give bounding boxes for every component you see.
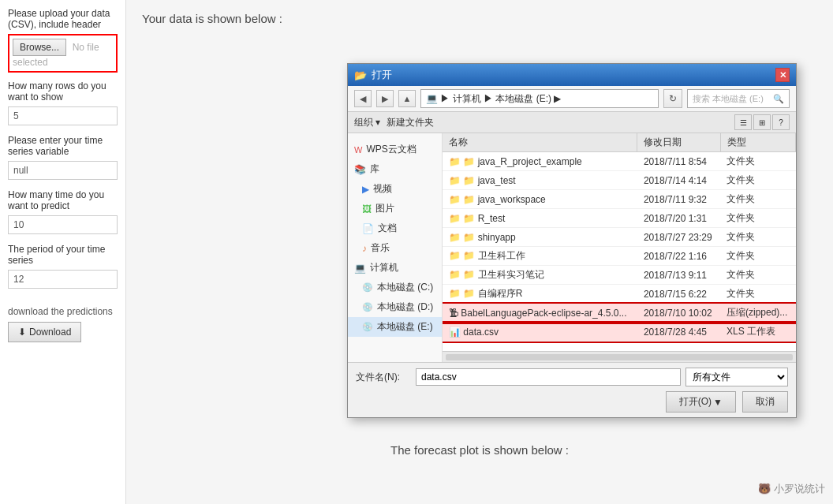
col-type[interactable]: 类型 bbox=[720, 133, 796, 152]
predict-input[interactable] bbox=[8, 215, 118, 234]
watermark-text: 🐻 小罗说统计 bbox=[758, 482, 825, 496]
dialog-buttons-row: 打开(O) ▼ 取消 bbox=[356, 391, 788, 413]
sidebar-item-video[interactable]: ▶ 视频 bbox=[348, 179, 442, 199]
sidebar-item-music[interactable]: ♪ 音乐 bbox=[348, 238, 442, 258]
organize-button[interactable]: 组织 ▾ bbox=[354, 116, 380, 129]
help-btn[interactable]: ? bbox=[772, 114, 790, 130]
file-type: 文件夹 bbox=[720, 152, 796, 171]
sidebar-item-wps-label: WPS云文档 bbox=[366, 143, 416, 156]
forward-button[interactable]: ▶ bbox=[376, 90, 394, 107]
computer-icon: 💻 bbox=[354, 263, 366, 274]
file-name: 📁 卫生科工作 bbox=[443, 247, 637, 266]
ts-variable-input[interactable] bbox=[8, 161, 118, 180]
filename-row: 文件名(N): 所有文件 bbox=[356, 368, 788, 386]
disk-d-icon: 💿 bbox=[362, 302, 373, 312]
file-dialog: 📂 打开 ✕ ◀ ▶ ▲ 💻 ▶ 计算机 ▶ 本地磁盘 (E:) ▶ ↻ 搜索 … bbox=[347, 63, 797, 418]
browse-button[interactable]: Browse... bbox=[13, 39, 66, 56]
table-row-datacsv[interactable]: 📊 data.csv 2018/7/28 4:45 XLS 工作表 bbox=[443, 323, 796, 342]
file-date: 2018/7/10 10:02 bbox=[637, 304, 720, 323]
table-row[interactable]: 📁 java_test 2018/7/14 4:14 文件夹 bbox=[443, 171, 796, 190]
table-row[interactable]: 📁 R_test 2018/7/20 1:31 文件夹 bbox=[443, 209, 796, 228]
sidebar-item-library[interactable]: 📚 库 bbox=[348, 159, 442, 179]
new-folder-button[interactable]: 新建文件夹 bbox=[387, 116, 434, 129]
file-table: 名称 修改日期 类型 📁 java_R_project_example 2018… bbox=[443, 133, 796, 342]
sidebar-item-music-label: 音乐 bbox=[371, 241, 390, 255]
file-name: 📁 java_test bbox=[443, 171, 637, 190]
dialog-body: W WPS云文档 📚 库 ▶ 视频 🖼 图片 📄 文档 bbox=[348, 133, 796, 362]
file-type: 文件夹 bbox=[720, 190, 796, 209]
back-button[interactable]: ◀ bbox=[354, 90, 372, 107]
path-bar[interactable]: 💻 ▶ 计算机 ▶ 本地磁盘 (E:) ▶ bbox=[420, 89, 659, 108]
file-name: 📁 shinyapp bbox=[443, 228, 637, 247]
scrollbar-track bbox=[446, 354, 793, 360]
file-type: 压缩(zipped)... bbox=[720, 304, 796, 323]
table-row[interactable]: 📁 java_workspace 2018/7/11 9:32 文件夹 bbox=[443, 190, 796, 209]
predict-label: How many time do you want to predict bbox=[8, 189, 118, 211]
ts-variable-label: Please enter your time series variable bbox=[8, 135, 118, 157]
open-btn-arrow: ▼ bbox=[713, 397, 723, 408]
file-name: 📁 R_test bbox=[443, 209, 637, 228]
table-row[interactable]: 📁 java_R_project_example 2018/7/11 8:54 … bbox=[443, 152, 796, 171]
download-section-label: download the predictions bbox=[8, 306, 118, 317]
open-btn-label: 打开(O) bbox=[679, 395, 712, 409]
table-row[interactable]: 📁 卫生科工作 2018/7/22 1:16 文件夹 bbox=[443, 247, 796, 266]
dialog-content: 名称 修改日期 类型 📁 java_R_project_example 2018… bbox=[443, 133, 796, 351]
wps-icon: W bbox=[354, 145, 362, 155]
view-list-btn[interactable]: ⊞ bbox=[753, 114, 771, 130]
dialog-title-text: 打开 bbox=[372, 68, 392, 82]
sidebar-item-computer-label: 计算机 bbox=[370, 261, 398, 274]
sidebar-item-documents[interactable]: 📄 文档 bbox=[348, 218, 442, 238]
search-placeholder: 搜索 本地磁盘 (E:) bbox=[693, 93, 764, 105]
col-date[interactable]: 修改日期 bbox=[637, 133, 720, 152]
sidebar-item-disk-e[interactable]: 💿 本地磁盘 (E:) bbox=[348, 317, 442, 337]
dialog-sidebar: W WPS云文档 📚 库 ▶ 视频 🖼 图片 📄 文档 bbox=[348, 133, 443, 362]
rows-label: How many rows do you want to show bbox=[8, 80, 118, 103]
sidebar-item-library-label: 库 bbox=[370, 162, 379, 176]
sidebar-item-disk-c[interactable]: 💿 本地磁盘 (C:) bbox=[348, 278, 442, 297]
sidebar-item-disk-c-label: 本地磁盘 (C:) bbox=[377, 281, 433, 294]
library-icon: 📚 bbox=[354, 164, 366, 175]
file-date: 2018/7/28 4:45 bbox=[637, 323, 720, 342]
search-bar[interactable]: 搜索 本地磁盘 (E:) 🔍 bbox=[687, 89, 790, 108]
table-row[interactable]: 📁 自编程序R 2018/7/15 6:22 文件夹 bbox=[443, 285, 796, 304]
file-date: 2018/7/13 9:11 bbox=[637, 266, 720, 285]
file-date: 2018/7/11 9:32 bbox=[637, 190, 720, 209]
download-button[interactable]: ⬇ Download bbox=[8, 322, 81, 342]
organize-label: 组织 ▾ bbox=[354, 116, 380, 129]
search-icon: 🔍 bbox=[773, 94, 784, 104]
dialog-titlebar: 📂 打开 ✕ bbox=[348, 64, 796, 86]
sidebar-item-pictures[interactable]: 🖼 图片 bbox=[348, 199, 442, 218]
period-input[interactable] bbox=[8, 270, 118, 289]
dialog-content-area: 名称 修改日期 类型 📁 java_R_project_example 2018… bbox=[443, 133, 796, 362]
file-name: 📁 自编程序R bbox=[443, 285, 637, 304]
horizontal-scrollbar[interactable] bbox=[443, 351, 796, 362]
view-icon-btn[interactable]: ☰ bbox=[734, 114, 752, 130]
rows-input[interactable] bbox=[8, 106, 118, 125]
sidebar-item-disk-d[interactable]: 💿 本地磁盘 (D:) bbox=[348, 297, 442, 317]
file-type: 文件夹 bbox=[720, 171, 796, 190]
dialog-actions-bar: 组织 ▾ 新建文件夹 ☰ ⊞ ? bbox=[348, 112, 796, 133]
right-panel: Your data is shown below : 🐻 小罗说统计 The f… bbox=[126, 0, 833, 504]
pictures-icon: 🖼 bbox=[362, 203, 372, 215]
sidebar-item-computer[interactable]: 💻 计算机 bbox=[348, 258, 442, 278]
table-row[interactable]: 📁 卫生科实习笔记 2018/7/13 9:11 文件夹 bbox=[443, 266, 796, 285]
file-type: 文件夹 bbox=[720, 285, 796, 304]
view-buttons: ☰ ⊞ ? bbox=[734, 114, 790, 130]
up-button[interactable]: ▲ bbox=[398, 90, 416, 107]
file-name: 📁 java_workspace bbox=[443, 190, 637, 209]
filetype-select[interactable]: 所有文件 bbox=[685, 368, 788, 386]
file-name: 🗜 BabelLanguagePack-eclipse-ar_4.5.0... bbox=[443, 304, 637, 323]
dialog-footer: 文件名(N): 所有文件 打开(O) ▼ 取消 bbox=[348, 362, 796, 417]
open-button[interactable]: 打开(O) ▼ bbox=[666, 391, 736, 413]
col-name[interactable]: 名称 bbox=[443, 133, 637, 152]
table-row[interactable]: 📁 shinyapp 2018/7/27 23:29 文件夹 bbox=[443, 228, 796, 247]
sidebar-item-documents-label: 文档 bbox=[378, 222, 397, 235]
download-btn-label: Download bbox=[29, 327, 71, 338]
cancel-button[interactable]: 取消 bbox=[742, 391, 788, 413]
refresh-button[interactable]: ↻ bbox=[663, 89, 682, 108]
dialog-close-button[interactable]: ✕ bbox=[775, 68, 790, 82]
sidebar-item-wps[interactable]: W WPS云文档 bbox=[348, 140, 442, 159]
filename-input[interactable] bbox=[416, 368, 681, 386]
sidebar-item-disk-d-label: 本地磁盘 (D:) bbox=[377, 301, 433, 314]
table-row-babel[interactable]: 🗜 BabelLanguagePack-eclipse-ar_4.5.0... … bbox=[443, 304, 796, 323]
